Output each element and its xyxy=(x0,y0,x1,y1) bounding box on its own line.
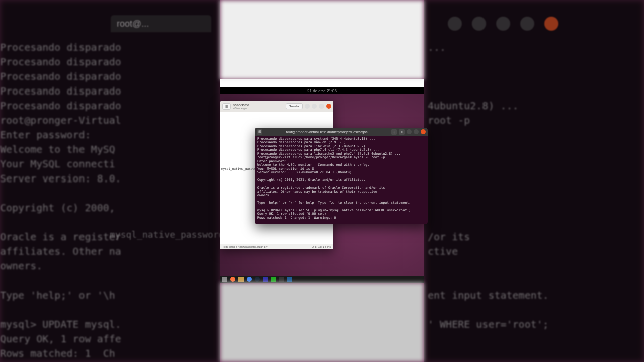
strip-blur-bottom xyxy=(220,283,424,362)
dock-show-apps-icon[interactable] xyxy=(222,277,227,282)
dock-firefox-icon[interactable] xyxy=(230,277,235,282)
terminal-close-button[interactable] xyxy=(421,129,426,134)
gedit-menu-button[interactable] xyxy=(305,104,310,109)
gedit-headerbar[interactable]: ☰ basedatos ~/Descargas Guardar xyxy=(220,101,333,112)
terminal-maximize-button[interactable] xyxy=(414,129,419,134)
gedit-maximize-button[interactable] xyxy=(319,104,324,109)
gedit-close-button[interactable] xyxy=(326,104,331,109)
terminal-newtab-button[interactable]: ⊞ xyxy=(257,129,262,135)
terminal-line: Rows matched: 1 Changed: 1 Warnings: 0 xyxy=(257,216,336,220)
bg-gedit-hint-text: mysql_native_password xyxy=(110,229,224,240)
terminal-cursor xyxy=(296,224,298,224)
dock-app2-icon[interactable] xyxy=(271,277,276,282)
bg-terminal-title: root@... xyxy=(117,19,149,29)
bg-minimize-icon xyxy=(496,17,510,31)
terminal-line: mysql> flush privile xyxy=(257,223,296,224)
dock-terminal-icon[interactable] xyxy=(279,277,284,282)
dock-files-icon[interactable] xyxy=(238,277,244,282)
topbar-datetime: 21 de ene 21:06 xyxy=(307,88,337,93)
gedit-status-right[interactable]: Ln 8, Col 1 ▾ INS xyxy=(312,245,331,248)
terminal-search-button[interactable]: Q xyxy=(391,129,397,135)
desktop-area[interactable]: mysql_native_password ☰ basedatos ~/Desc… xyxy=(220,94,424,276)
terminal-line: Copyright (c) 2000, 2021, Oracle and/or … xyxy=(257,178,365,182)
dock-app-icon[interactable] xyxy=(263,277,268,282)
terminal-line: Type 'help;' or '\h' for help. Type '\c'… xyxy=(257,201,411,205)
dock-steam-icon[interactable] xyxy=(255,277,260,282)
bg-window-controls xyxy=(448,15,558,32)
dock-virtualbox-icon[interactable] xyxy=(287,277,292,282)
terminal-headerbar[interactable]: ⊞ root@pronger-VirtualBox: /home/pronger… xyxy=(255,128,428,136)
gedit-statusbar[interactable]: Texto plano ▾ Anchura del tabulador: 8 ▾… xyxy=(220,244,333,249)
bg-terminal-titlebar: root@... xyxy=(111,15,211,32)
center-strip: 21 de ene 21:06 mysql_native_password ☰ … xyxy=(220,0,424,362)
gedit-minimize-button[interactable] xyxy=(312,104,317,109)
terminal-line: owners. xyxy=(257,193,271,197)
terminal-body[interactable]: Procesando disparadores para systemd (24… xyxy=(255,136,428,224)
bg-search-icon xyxy=(448,17,462,31)
bg-close-icon xyxy=(544,17,558,31)
gedit-status-left[interactable]: Texto plano ▾ Anchura del tabulador: 8 ▾ xyxy=(222,245,268,248)
gedit-open-button[interactable]: ☰ xyxy=(222,103,231,110)
dock-chrome-icon[interactable] xyxy=(247,277,252,282)
gnome-topbar[interactable]: 21 de ene 21:06 xyxy=(220,87,424,94)
bg-terminal-right-text: ... 4ubuntu2.8) ... root -p /or its ctiv… xyxy=(423,30,644,362)
terminal-line: Server version: 8.0.27-0ubuntu0.20.04.1 … xyxy=(257,170,352,174)
bg-terminal-left-text: Procesando disparado Procesando disparad… xyxy=(0,30,221,362)
gedit-title-area: basedatos ~/Descargas xyxy=(233,103,284,110)
gnome-dock[interactable] xyxy=(220,276,424,283)
strip-white-edge xyxy=(220,79,424,87)
terminal-title: root@pronger-VirtualBox: /home/pronger/D… xyxy=(264,130,389,134)
terminal-minimize-button[interactable] xyxy=(407,129,412,134)
terminal-line: affiliates. Other names may be trademark… xyxy=(257,190,377,194)
bg-menu-icon xyxy=(472,17,486,31)
gedit-save-button[interactable]: Guardar xyxy=(286,103,303,109)
bg-maximize-icon xyxy=(520,17,534,31)
terminal-window[interactable]: ⊞ root@pronger-VirtualBox: /home/pronger… xyxy=(255,128,428,224)
terminal-menu-button[interactable]: ≡ xyxy=(399,129,405,135)
gedit-subtitle: ~/Descargas xyxy=(233,107,284,110)
gedit-title: basedatos xyxy=(233,103,284,107)
strip-blur-top xyxy=(220,0,424,79)
